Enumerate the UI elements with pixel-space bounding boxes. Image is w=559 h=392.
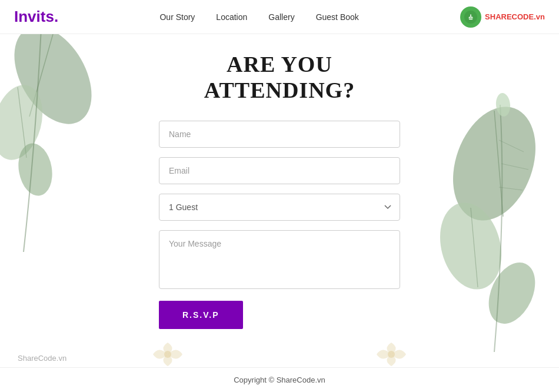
rsvp-form: 1 Guest 2 Guests 3 Guests 4 Guests R.S.V… (159, 121, 400, 329)
ornament-right (374, 340, 409, 371)
email-input[interactable] (159, 157, 400, 184)
nav-link-guest-book[interactable]: Guest Book (316, 12, 359, 22)
footer-text: Copyright © ShareCode.vn (234, 376, 325, 384)
watermark: ShareCode.vn (18, 354, 66, 363)
ornament-left (150, 340, 185, 371)
decorative-leaves-right (406, 34, 559, 392)
main-form-area: ARE YOU ATTENDING? 1 Guest 2 Guests 3 Gu… (159, 34, 400, 392)
name-input[interactable] (159, 121, 400, 148)
nav-link-gallery[interactable]: Gallery (268, 12, 294, 22)
message-textarea[interactable] (159, 230, 400, 289)
badge-label: SHARECODE.vn (485, 12, 545, 21)
form-title: ARE YOU ATTENDING? (204, 52, 355, 103)
rsvp-submit-button[interactable]: R.S.V.P (159, 301, 243, 329)
sharecode-badge[interactable]: SHARECODE.vn (460, 6, 545, 28)
page-content: ARE YOU ATTENDING? 1 Guest 2 Guests 3 Gu… (0, 34, 559, 392)
decorative-leaves-left (0, 34, 153, 392)
footer: Copyright © ShareCode.vn (0, 367, 559, 392)
navbar: Invits. Our Story Location Gallery Guest… (0, 0, 559, 34)
nav-link-location[interactable]: Location (216, 12, 247, 22)
nav-links: Our Story Location Gallery Guest Book (159, 12, 358, 22)
guest-select[interactable]: 1 Guest 2 Guests 3 Guests 4 Guests (159, 194, 400, 221)
site-logo[interactable]: Invits. (14, 8, 58, 26)
badge-icon (460, 6, 481, 28)
nav-link-our-story[interactable]: Our Story (159, 12, 195, 22)
